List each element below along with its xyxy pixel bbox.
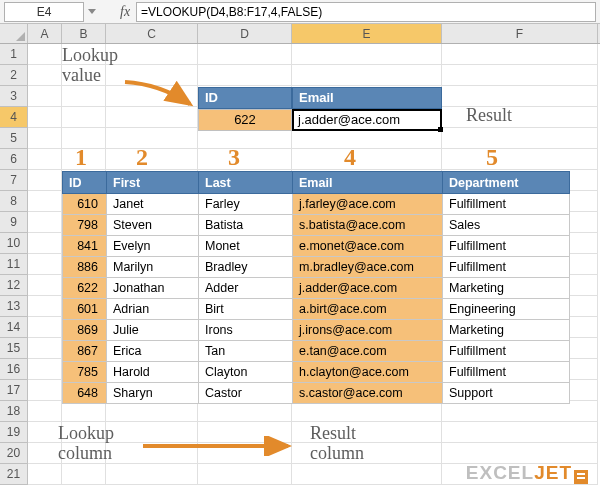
table-row: 867EricaTane.tan@ace.comFulfillment — [63, 341, 570, 362]
annotation-lookup-value: Lookup value — [62, 46, 118, 86]
cell-first[interactable]: Adrian — [107, 299, 199, 320]
name-box[interactable]: E4 — [4, 2, 84, 22]
data-table: ID First Last Email Department 610JanetF… — [62, 171, 570, 404]
colnum-3: 3 — [228, 144, 240, 171]
fx-icon[interactable]: fx — [120, 4, 130, 20]
colnum-5: 5 — [486, 144, 498, 171]
cell-id[interactable]: 601 — [63, 299, 107, 320]
lookup-value-row: 622 j.adder@ace.com — [198, 109, 442, 131]
formula-bar: E4 fx =VLOOKUP(D4,B8:F17,4,FALSE) — [0, 0, 600, 24]
cell-id[interactable]: 610 — [63, 194, 107, 215]
cell-last[interactable]: Farley — [199, 194, 293, 215]
cell-id[interactable]: 785 — [63, 362, 107, 383]
formula-input[interactable]: =VLOOKUP(D4,B8:F17,4,FALSE) — [136, 2, 596, 22]
cell-last[interactable]: Birt — [199, 299, 293, 320]
table-row: 798StevenBatistas.batista@ace.comSales — [63, 215, 570, 236]
table-header-row: ID First Last Email Department — [63, 172, 570, 194]
lookup-id-cell[interactable]: 622 — [198, 109, 292, 131]
table-row: 785HaroldClaytonh.clayton@ace.comFulfill… — [63, 362, 570, 383]
arrow-lookup-value-icon — [120, 74, 200, 114]
cell-dept[interactable]: Fulfillment — [443, 257, 570, 278]
cell-first[interactable]: Erica — [107, 341, 199, 362]
cell-dept[interactable]: Fulfillment — [443, 236, 570, 257]
table-row: 886MarilynBradleym.bradley@ace.comFulfil… — [63, 257, 570, 278]
cell-dept[interactable]: Fulfillment — [443, 362, 570, 383]
cell-first[interactable]: Steven — [107, 215, 199, 236]
cell-email[interactable]: j.adder@ace.com — [293, 278, 443, 299]
cell-dept[interactable]: Fulfillment — [443, 341, 570, 362]
cell-email[interactable]: s.castor@ace.com — [293, 383, 443, 404]
cell-dept[interactable]: Sales — [443, 215, 570, 236]
lookup-email-header: Email — [292, 87, 442, 109]
th-first[interactable]: First — [107, 172, 199, 194]
cell-id[interactable]: 648 — [63, 383, 107, 404]
cell-last[interactable]: Clayton — [199, 362, 293, 383]
cell-last[interactable]: Batista — [199, 215, 293, 236]
cell-email[interactable]: j.irons@ace.com — [293, 320, 443, 341]
cell-dept[interactable]: Marketing — [443, 278, 570, 299]
cell-dept[interactable]: Support — [443, 383, 570, 404]
table-row: 648SharynCastors.castor@ace.comSupport — [63, 383, 570, 404]
logo-text-1: EXCEL — [466, 462, 534, 484]
th-last[interactable]: Last — [199, 172, 293, 194]
annotation-lookup-column: Lookup column — [58, 424, 114, 464]
cell-first[interactable]: Evelyn — [107, 236, 199, 257]
cell-email[interactable]: s.batista@ace.com — [293, 215, 443, 236]
col-header-b[interactable]: B — [62, 24, 106, 43]
cell-first[interactable]: Janet — [107, 194, 199, 215]
cell-id[interactable]: 886 — [63, 257, 107, 278]
cell-email[interactable]: j.farley@ace.com — [293, 194, 443, 215]
cell-id[interactable]: 869 — [63, 320, 107, 341]
cell-email[interactable]: h.clayton@ace.com — [293, 362, 443, 383]
cell-last[interactable]: Castor — [199, 383, 293, 404]
cell-id[interactable]: 798 — [63, 215, 107, 236]
table-row: 601AdrianBirta.birt@ace.comEngineering — [63, 299, 570, 320]
lookup-header-row: ID Email — [198, 87, 442, 109]
table-row: 841EvelynMonete.monet@ace.comFulfillment — [63, 236, 570, 257]
cell-id[interactable]: 867 — [63, 341, 107, 362]
select-all-corner[interactable] — [0, 24, 28, 43]
namebox-dropdown-icon[interactable] — [88, 9, 96, 14]
cell-last[interactable]: Tan — [199, 341, 293, 362]
col-header-d[interactable]: D — [198, 24, 292, 43]
cell-id[interactable]: 841 — [63, 236, 107, 257]
exceljet-logo: EXCELJET — [466, 462, 588, 484]
col-header-c[interactable]: C — [106, 24, 198, 43]
cell-first[interactable]: Sharyn — [107, 383, 199, 404]
cell-last[interactable]: Monet — [199, 236, 293, 257]
th-email[interactable]: Email — [293, 172, 443, 194]
colnum-2: 2 — [136, 144, 148, 171]
cell-email[interactable]: m.bradley@ace.com — [293, 257, 443, 278]
arrow-columns-icon — [138, 436, 298, 456]
table-row: 869JulieIronsj.irons@ace.comMarketing — [63, 320, 570, 341]
cell-email[interactable]: a.birt@ace.com — [293, 299, 443, 320]
cell-dept[interactable]: Fulfillment — [443, 194, 570, 215]
cell-dept[interactable]: Marketing — [443, 320, 570, 341]
colnum-1: 1 — [75, 144, 87, 171]
cell-id[interactable]: 622 — [63, 278, 107, 299]
cell-first[interactable]: Jonathan — [107, 278, 199, 299]
colnum-4: 4 — [344, 144, 356, 171]
cell-first[interactable]: Harold — [107, 362, 199, 383]
annotation-result: Result — [466, 106, 512, 126]
logo-icon — [574, 470, 588, 484]
cell-last[interactable]: Irons — [199, 320, 293, 341]
cell-last[interactable]: Adder — [199, 278, 293, 299]
logo-text-2: JET — [534, 462, 572, 484]
annotation-result-column: Result column — [310, 424, 364, 464]
cell-email[interactable]: e.tan@ace.com — [293, 341, 443, 362]
table-row: 610JanetFarleyj.farley@ace.comFulfillmen… — [63, 194, 570, 215]
col-header-e[interactable]: E — [292, 24, 442, 43]
col-header-f[interactable]: F — [442, 24, 598, 43]
th-dept[interactable]: Department — [443, 172, 570, 194]
th-id[interactable]: ID — [63, 172, 107, 194]
spreadsheet-grid: 123456789101112131415161718192021 Lookup… — [0, 44, 600, 500]
cell-last[interactable]: Bradley — [199, 257, 293, 278]
cell-first[interactable]: Marilyn — [107, 257, 199, 278]
active-cell-e4[interactable]: j.adder@ace.com — [292, 109, 442, 131]
col-header-a[interactable]: A — [28, 24, 62, 43]
table-row: 622JonathanAdderj.adder@ace.comMarketing — [63, 278, 570, 299]
cell-email[interactable]: e.monet@ace.com — [293, 236, 443, 257]
cell-dept[interactable]: Engineering — [443, 299, 570, 320]
cell-first[interactable]: Julie — [107, 320, 199, 341]
